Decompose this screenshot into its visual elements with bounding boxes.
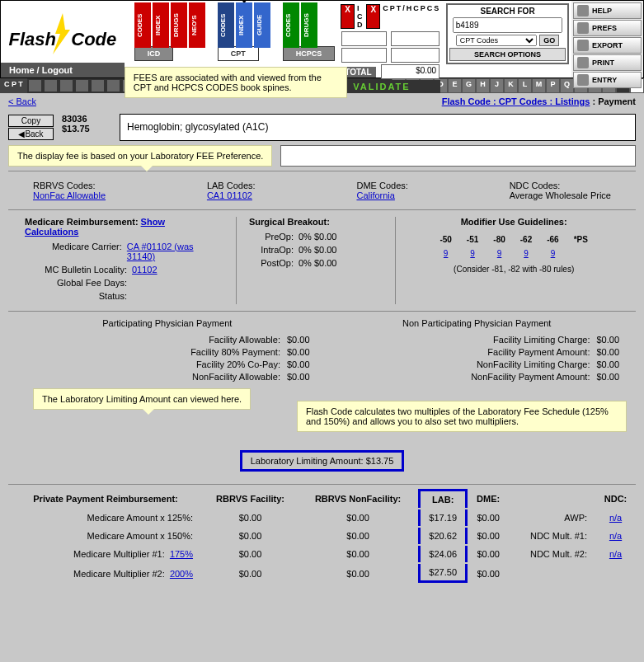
book-cpt-guide[interactable]: GUIDE xyxy=(254,2,270,48)
pay-label: Facility Payment Amount: xyxy=(335,347,597,357)
priv-ndc: n/a xyxy=(597,509,634,526)
priv-lab: $17.19 xyxy=(418,509,468,526)
search-type-select[interactable]: CPT Codes xyxy=(456,35,538,46)
tools-panel: HELP PREFS EXPORT PRINT ENTRY xyxy=(571,1,643,77)
pay-label: NonFacility Payment Amount: xyxy=(335,372,597,382)
mod-link[interactable]: 9 xyxy=(470,249,475,258)
surg-title: Surgical Breakout: xyxy=(249,217,378,227)
priv-rf: $0.00 xyxy=(203,546,298,562)
pay-value: $0.00 xyxy=(287,347,310,357)
gfd-label: Global Fee Days: xyxy=(25,278,132,288)
priv-lab: $27.50 xyxy=(418,564,468,583)
entry-button[interactable]: ENTRY xyxy=(573,72,642,88)
help-button[interactable]: HELP xyxy=(573,2,642,19)
book-icd-index[interactable]: INDEX xyxy=(153,2,169,48)
priv-rf: $0.00 xyxy=(203,564,298,583)
go-button[interactable]: GO xyxy=(539,35,559,46)
tab-icd[interactable]: ICD xyxy=(134,46,174,61)
icd-input-2[interactable] xyxy=(341,48,387,63)
copy-button[interactable]: Copy xyxy=(8,115,54,127)
tool-icon[interactable] xyxy=(106,79,120,92)
alpha-K[interactable]: K xyxy=(504,78,518,93)
mod-note: (Consider -81, -82 with -80 rules) xyxy=(408,265,619,274)
inline-search-input[interactable] xyxy=(280,145,636,167)
lab-link[interactable]: CA1 01102 xyxy=(207,190,252,200)
cpt-input[interactable] xyxy=(391,31,440,46)
dme-link[interactable]: California xyxy=(356,190,394,200)
prefs-button[interactable]: PREFS xyxy=(573,20,642,36)
mod-table: -50-51-80-62-66*PS99999 xyxy=(431,232,596,261)
priv-row-label: Medicare Multiplier #2: 200% xyxy=(10,564,201,583)
priv-ndc: n/a xyxy=(597,546,634,562)
lab-limit-box: Laboratory Limiting Amount: $13.75 xyxy=(240,450,405,472)
back-button[interactable]: ◀Back xyxy=(8,128,54,140)
book-icd-codes[interactable]: CODES xyxy=(134,2,151,48)
crumb-path[interactable]: Flash Code : CPT Codes : Listings xyxy=(442,96,590,106)
pay-value: $0.00 xyxy=(596,347,619,357)
mod-link[interactable]: 9 xyxy=(497,249,502,258)
book-hcpcs-codes[interactable]: CODES xyxy=(283,2,299,48)
home-logout-link[interactable]: Home / Logout xyxy=(1,63,125,77)
rbrvs-link[interactable]: NonFac Allowable xyxy=(33,190,106,200)
alpha-M[interactable]: M xyxy=(532,78,546,93)
priv-rf: $0.00 xyxy=(203,528,298,544)
header: Flash Code Home / Logout CODESINDEXDRUGS… xyxy=(0,0,644,78)
alpha-E[interactable]: E xyxy=(448,78,462,93)
priv-row-label: Medicare Amount x 125%: xyxy=(10,509,201,526)
mod-link[interactable]: 9 xyxy=(444,249,449,258)
locality-label: MC Bulletin Locality: xyxy=(25,265,132,275)
priv-ndc-label: AWP: xyxy=(509,509,595,526)
search-options-button[interactable]: SEARCH OPTIONS xyxy=(449,48,566,61)
carrier-link[interactable]: CA #01102 (was 31140) xyxy=(127,242,219,261)
pay-label: Facility 80% Payment: xyxy=(25,347,287,357)
tool-icon[interactable] xyxy=(59,79,73,92)
preop-label: PreOp: xyxy=(249,232,298,242)
locality-link[interactable]: 01102 xyxy=(132,265,157,275)
book-hcpcs-drugs[interactable]: DRUGS xyxy=(301,2,317,48)
book-icd-drugs[interactable]: DRUGS xyxy=(171,2,187,48)
help-icon xyxy=(577,5,589,16)
tool-icon[interactable] xyxy=(44,79,58,92)
alpha-J[interactable]: J xyxy=(490,78,504,93)
ndc-label: NDC Codes: xyxy=(510,181,611,190)
pay-value: $0.00 xyxy=(596,359,619,369)
print-button[interactable]: PRINT xyxy=(573,54,642,71)
ndc-link[interactable]: n/a xyxy=(609,513,622,523)
carrier-label: Medicare Carrier: xyxy=(25,242,127,261)
tool-icon[interactable] xyxy=(75,79,89,92)
alpha-Q[interactable]: Q xyxy=(560,78,574,93)
mult-link[interactable]: 175% xyxy=(170,549,193,559)
priv-rnf: $0.00 xyxy=(299,564,416,583)
pay-value: $0.00 xyxy=(287,335,310,345)
entry-icon xyxy=(577,74,589,86)
mod-link[interactable]: 9 xyxy=(551,249,556,258)
cpt-input-2[interactable] xyxy=(391,48,440,63)
ndc-link[interactable]: n/a xyxy=(609,531,622,541)
ndc-link[interactable]: n/a xyxy=(609,549,622,559)
postop-label: PostOp: xyxy=(249,258,298,268)
pay-value: $0.00 xyxy=(596,372,619,382)
mod-link[interactable]: 9 xyxy=(524,249,529,258)
close-cpt-icon[interactable]: X xyxy=(366,4,380,29)
book-cpt-codes[interactable]: CODES xyxy=(218,2,234,48)
tool-icon[interactable] xyxy=(28,79,42,92)
alpha-H[interactable]: H xyxy=(476,78,490,93)
close-icd-icon[interactable]: X xyxy=(341,4,355,29)
validate-button[interactable]: VALIDATE xyxy=(341,80,440,93)
alpha-L[interactable]: L xyxy=(518,78,532,93)
alpha-P[interactable]: P xyxy=(546,78,560,93)
book-cpt-index[interactable]: INDEX xyxy=(236,2,252,48)
med-reimb-title: Medicare Reimbursement: xyxy=(25,217,139,227)
pay-label: Facility Allowable: xyxy=(25,335,287,345)
back-link[interactable]: < Back xyxy=(8,96,36,106)
icd-input[interactable] xyxy=(341,31,387,46)
mult-link[interactable]: 200% xyxy=(170,569,193,579)
tool-icon[interactable] xyxy=(91,79,105,92)
export-button[interactable]: EXPORT xyxy=(573,37,642,54)
alpha-G[interactable]: G xyxy=(462,78,476,93)
search-input[interactable] xyxy=(453,17,563,33)
tab-hcpcs[interactable]: HCPCS xyxy=(283,46,336,61)
book-icd-neo's[interactable]: NEO'S xyxy=(189,2,205,48)
tab-cpt[interactable]: CPT xyxy=(218,46,259,61)
cpt-label: CPT/HCPCS xyxy=(383,4,440,29)
